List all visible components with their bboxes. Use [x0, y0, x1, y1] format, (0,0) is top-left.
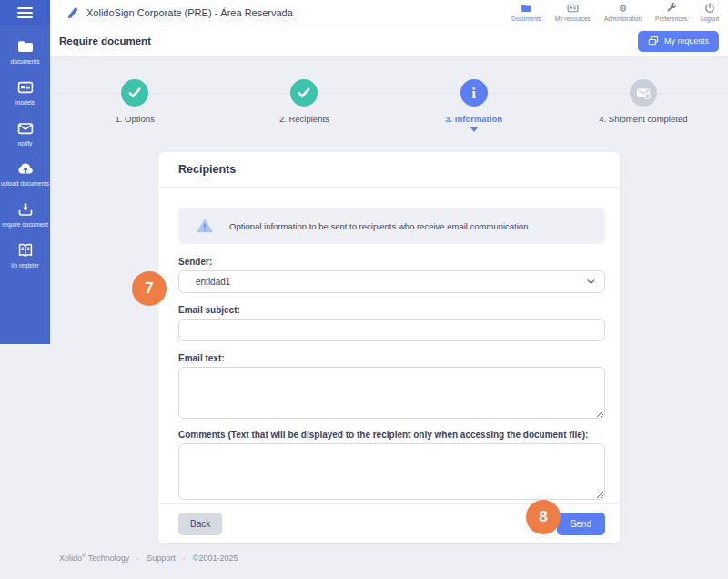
menu-toggle-button[interactable]: [0, 0, 50, 25]
recipients-card: Recipients Optional information to be se…: [158, 152, 620, 543]
step-options[interactable]: 1. Options: [50, 79, 219, 132]
stacked-folders-icon: [648, 36, 659, 46]
envelope-send-icon: [630, 79, 657, 107]
sidebar-item-upload-documents[interactable]: upload documents: [0, 159, 50, 188]
copyright-text: ©2001-2025: [193, 554, 238, 563]
page-footer: Xolido® Technology · Support · ©2001-202…: [59, 553, 238, 563]
sidebar-item-label: require document: [2, 221, 48, 229]
card-body: Optional information to be sent to recip…: [158, 188, 620, 503]
top-nav-label: Logout: [701, 15, 719, 22]
download-tray-icon: [16, 200, 35, 218]
sidebar-item-require-document[interactable]: require document: [0, 200, 50, 229]
card-title: Recipients: [158, 152, 620, 188]
page-title: Require document: [59, 36, 151, 46]
pen-icon: [66, 6, 79, 19]
sender-select[interactable]: entidad1: [178, 270, 605, 293]
topbar: XolidoSign Corporate (PRE) - Área Reserv…: [50, 0, 728, 25]
footer-separator: ·: [136, 554, 139, 563]
email-subject-label: Email subject:: [178, 305, 605, 315]
annotation-badge-8: 8: [526, 500, 561, 534]
subheader: Require document My requests: [50, 25, 728, 57]
comments-textarea[interactable]: [178, 443, 605, 500]
book-icon: [16, 241, 35, 259]
sidebar-item-label: models: [15, 99, 35, 107]
my-requests-label: My requests: [664, 36, 709, 46]
warning-triangle-icon: [197, 218, 213, 233]
top-nav-label: Documents: [511, 15, 541, 22]
email-text-label: Email text:: [178, 353, 605, 363]
top-nav-label: Administration: [604, 15, 642, 22]
cloud-upload-icon: [16, 159, 35, 178]
email-subject-input[interactable]: [178, 319, 605, 341]
top-nav-logout[interactable]: Logout: [701, 3, 719, 22]
check-icon: [121, 79, 148, 107]
top-nav-label: Preferences: [655, 15, 687, 22]
sender-selected-value: entidad1: [196, 277, 230, 287]
top-nav-label: My resources: [555, 15, 591, 22]
sidebar-item-models[interactable]: models: [0, 78, 50, 107]
step-information[interactable]: i 3. Information: [389, 79, 559, 132]
folder-icon: [16, 37, 35, 56]
main-content: 1. Options 2. Recipients i 3. Informatio…: [50, 57, 728, 579]
top-nav-documents[interactable]: Documents: [511, 3, 541, 22]
sidebar: documents models notify upload documents…: [0, 0, 50, 344]
my-requests-button[interactable]: My requests: [638, 31, 719, 52]
folder-icon: [521, 3, 532, 14]
top-nav: Documents My resources ⚙ Administration …: [511, 3, 719, 22]
annotation-badge-7: 7: [132, 271, 167, 306]
power-icon: [704, 3, 715, 14]
chevron-down-icon: [587, 279, 595, 285]
sidebar-item-notify[interactable]: notify: [0, 119, 50, 148]
footer-separator: ·: [183, 554, 186, 563]
wizard-stepper: 1. Options 2. Recipients i 3. Informatio…: [50, 57, 728, 132]
caret-down-icon: [470, 127, 478, 132]
gear-icon: ⚙: [619, 3, 628, 14]
support-link[interactable]: Support: [147, 554, 176, 563]
check-icon: [290, 79, 318, 107]
email-text-textarea[interactable]: [178, 367, 605, 419]
sidebar-item-label: i/o register: [11, 262, 38, 270]
wrench-icon: [666, 3, 677, 14]
back-button[interactable]: Back: [178, 513, 222, 535]
send-button[interactable]: Send: [557, 513, 605, 535]
info-icon: i: [460, 79, 488, 107]
sidebar-item-io-register[interactable]: i/o register: [0, 241, 50, 270]
top-nav-my-resources[interactable]: My resources: [555, 3, 591, 22]
card-icon: [16, 78, 35, 96]
info-banner: Optional information to be sent to recip…: [178, 208, 605, 244]
sidebar-item-documents[interactable]: documents: [0, 37, 50, 66]
comments-label: Comments (Text that will be displayed to…: [178, 430, 605, 440]
sidebar-item-label: notify: [18, 140, 33, 148]
info-banner-text: Optional information to be sent to recip…: [229, 221, 528, 231]
stepper-connector-line: [50, 93, 728, 94]
step-label: 3. Information: [445, 114, 502, 124]
id-card-icon: [567, 3, 579, 14]
sidebar-item-label: documents: [11, 58, 40, 66]
step-recipients[interactable]: 2. Recipients: [219, 79, 389, 132]
step-label: 2. Recipients: [279, 114, 329, 124]
brand-link[interactable]: Xolido® Technology: [59, 553, 129, 563]
envelope-icon: [16, 119, 35, 137]
step-shipment-completed[interactable]: 4. Shipment completed: [559, 79, 728, 132]
step-label: 4. Shipment completed: [599, 114, 687, 124]
sender-label: Sender:: [178, 257, 605, 267]
top-nav-preferences[interactable]: Preferences: [655, 3, 687, 22]
app-title: XolidoSign Corporate (PRE) - Área Reserv…: [86, 7, 293, 18]
step-label: 1. Options: [115, 114, 154, 124]
top-nav-administration[interactable]: ⚙ Administration: [604, 3, 642, 22]
sidebar-item-label: upload documents: [1, 180, 49, 188]
